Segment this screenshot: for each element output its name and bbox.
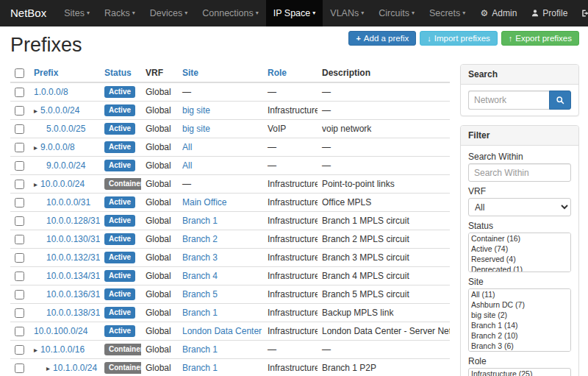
status-filter-select[interactable]: Container (16)Active (74)Reserved (4)Dep…: [468, 233, 571, 272]
prefix-link[interactable]: 9.0.0.0/8: [40, 142, 75, 152]
prefix-link[interactable]: 5.0.0.0/25: [46, 124, 85, 134]
site-filter-select[interactable]: All (11)Ashburn DC (7)big site (2)Branch…: [468, 288, 571, 352]
row-checkbox[interactable]: [15, 143, 24, 152]
import-prefixes-button[interactable]: ↓Import prefixes: [420, 31, 498, 46]
filter-option[interactable]: big site (2): [469, 310, 570, 320]
sort-link-status[interactable]: Status: [104, 68, 132, 78]
row-checkbox[interactable]: [15, 198, 24, 207]
status-cell: Container: [100, 341, 141, 359]
user-menu-profile[interactable]: Profile: [523, 0, 574, 26]
table-row: ▸10.1.0.0/24ContainerGlobalBranch 1Infra…: [10, 359, 450, 376]
site-link[interactable]: Branch 1: [182, 308, 218, 318]
select-all-checkbox[interactable]: [15, 68, 24, 78]
vrf-cell: Global: [141, 138, 178, 157]
prefix-link[interactable]: 10.0.0.0/31: [46, 197, 90, 207]
search-input[interactable]: [468, 91, 549, 110]
prefix-link[interactable]: 10.0.0.0/24: [40, 179, 85, 189]
page-content: +Add a prefix↓Import prefixes↑Export pre…: [0, 26, 588, 376]
chevron-down-icon: ▾: [361, 10, 364, 16]
row-checkbox[interactable]: [15, 327, 24, 336]
site-link[interactable]: Main Office: [182, 197, 226, 207]
row-checkbox-cell: [10, 157, 29, 175]
prefix-link[interactable]: 10.0.0.138/31: [46, 308, 100, 318]
navbar-brand[interactable]: NetBox: [0, 0, 57, 26]
role-filter-select[interactable]: Infrastructure (25)Management (8)Private…: [468, 368, 571, 376]
site-cell: Branch 1: [178, 212, 263, 230]
filter-option[interactable]: Active (74): [469, 244, 570, 254]
site-link[interactable]: Branch 3: [182, 252, 218, 263]
prefix-link[interactable]: 10.0.100.0/24: [34, 326, 87, 336]
nav-item-secrets[interactable]: Secrets▾: [422, 0, 473, 26]
prefix-link[interactable]: 9.0.0.0/24: [46, 160, 85, 171]
site-link[interactable]: All: [182, 142, 192, 152]
prefix-link[interactable]: 1.0.0.0/8: [34, 87, 68, 97]
filter-option[interactable]: Branch 2 (10): [469, 330, 570, 341]
nav-item-racks[interactable]: Racks▾: [97, 0, 143, 26]
vrf-select[interactable]: All: [468, 198, 571, 216]
row-checkbox[interactable]: [15, 124, 24, 134]
nav-item-ip-space[interactable]: IP Space▾: [266, 0, 323, 26]
prefix-cell: 1.0.0.0/8: [29, 82, 100, 102]
user-menu-log-out[interactable]: Log out: [574, 0, 588, 26]
search-button[interactable]: [549, 91, 571, 110]
filter-option[interactable]: Branch 4 (12): [469, 351, 570, 352]
filter-option[interactable]: Infrastructure (25): [469, 369, 570, 376]
description-cell: Branch 3 MPLS circuit: [318, 249, 450, 267]
prefix-link[interactable]: 10.0.0.132/31: [46, 252, 100, 263]
prefix-link[interactable]: 10.0.0.130/31: [46, 234, 100, 244]
row-checkbox[interactable]: [15, 272, 24, 281]
site-link[interactable]: London Data Center: [182, 326, 262, 336]
prefix-link[interactable]: 10.1.0.0/24: [53, 363, 97, 373]
filter-option[interactable]: Ashburn DC (7): [469, 299, 570, 310]
site-link[interactable]: Branch 1: [182, 216, 218, 226]
sort-link-role[interactable]: Role: [268, 68, 287, 78]
filter-option[interactable]: Branch 3 (6): [469, 341, 570, 351]
filter-option[interactable]: Deprecated (1): [469, 264, 570, 272]
row-checkbox[interactable]: [15, 308, 24, 318]
role-cell: Infrastructure: [263, 322, 318, 341]
prefix-link[interactable]: 10.0.0.136/31: [46, 289, 100, 299]
site-link[interactable]: Branch 2: [182, 234, 218, 244]
sort-link-site[interactable]: Site: [182, 68, 198, 78]
sort-link-prefix[interactable]: Prefix: [34, 68, 58, 78]
search-within-input[interactable]: [468, 163, 571, 182]
site-link[interactable]: All: [182, 160, 192, 171]
site-link[interactable]: big site: [182, 105, 210, 116]
export-prefixes-button[interactable]: ↑Export prefixes: [501, 31, 579, 46]
site-cell: London Data Center: [178, 322, 263, 341]
nav-item-devices[interactable]: Devices▾: [143, 0, 195, 26]
nav-item-circuits[interactable]: Circuits▾: [371, 0, 422, 26]
row-checkbox[interactable]: [15, 180, 24, 189]
filter-option[interactable]: Container (16): [469, 233, 570, 244]
add-a-prefix-button[interactable]: +Add a prefix: [348, 31, 416, 46]
description-cell: Branch 2 MPLS circuit: [318, 230, 450, 249]
site-link[interactable]: Branch 4: [182, 271, 218, 281]
nav-item-sites[interactable]: Sites▾: [57, 0, 97, 26]
row-checkbox[interactable]: [15, 363, 24, 373]
site-cell: Branch 1: [178, 341, 263, 359]
filter-label-vrf: VRF: [468, 186, 571, 196]
user-menu-admin[interactable]: ⚙Admin: [473, 0, 523, 26]
vrf-cell: Global: [141, 120, 178, 138]
filter-option[interactable]: All (11): [469, 289, 570, 299]
site-link[interactable]: Branch 5: [182, 289, 218, 299]
nav-item-connections[interactable]: Connections▾: [195, 0, 266, 26]
prefix-link[interactable]: 10.1.0.0/16: [40, 344, 85, 355]
row-checkbox[interactable]: [15, 161, 24, 171]
site-link[interactable]: big site: [182, 124, 210, 134]
row-checkbox[interactable]: [15, 88, 24, 97]
filter-option[interactable]: Branch 1 (14): [469, 320, 570, 330]
row-checkbox[interactable]: [15, 106, 24, 116]
row-checkbox[interactable]: [15, 235, 24, 244]
row-checkbox[interactable]: [15, 345, 24, 355]
prefix-link[interactable]: 5.0.0.0/24: [40, 105, 79, 116]
row-checkbox[interactable]: [15, 216, 24, 226]
nav-item-vlans[interactable]: VLANs▾: [323, 0, 371, 26]
prefix-link[interactable]: 10.0.0.128/31: [46, 216, 100, 226]
site-link[interactable]: Branch 1: [182, 344, 218, 355]
row-checkbox[interactable]: [15, 290, 24, 299]
prefix-link[interactable]: 10.0.0.134/31: [46, 271, 100, 281]
row-checkbox[interactable]: [15, 253, 24, 263]
site-link[interactable]: Branch 1: [182, 363, 218, 373]
filter-option[interactable]: Reserved (4): [469, 254, 570, 264]
